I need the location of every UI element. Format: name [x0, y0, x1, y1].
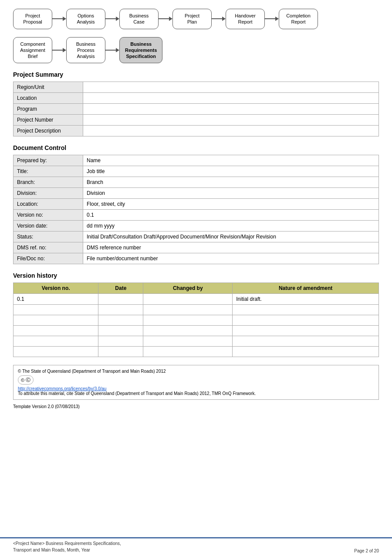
row-cell	[233, 326, 379, 336]
table-row	[14, 305, 379, 315]
version-history-title: Version history	[13, 272, 379, 279]
row-value: Initial Draft/Consultation Draft/Approve…	[83, 232, 379, 242]
flow-arrow-2	[159, 17, 172, 21]
row-cell	[233, 305, 379, 315]
row-cell	[143, 347, 233, 357]
table-row: 0.1Initial draft.	[14, 294, 379, 305]
row-cell	[143, 294, 233, 305]
row-value: dd mm yyyy	[83, 221, 379, 232]
column-header: Nature of amendment	[233, 283, 379, 294]
flow-node-3: Project Plan	[172, 9, 212, 29]
row-value	[83, 82, 379, 93]
flow-node-2: Business Case	[119, 9, 159, 29]
column-header: Date	[98, 283, 143, 294]
row-label: Project Description	[14, 126, 83, 136]
table-row: File/Doc no:File number/document number	[14, 253, 379, 264]
row-cell	[233, 315, 379, 326]
table-row	[14, 326, 379, 336]
footer-box: © The State of Queensland (Department of…	[13, 365, 379, 400]
table-row: Location:Floor, street, city	[14, 199, 379, 210]
project-summary-table: Region/UnitLocationProgramProject Number…	[13, 82, 379, 136]
table-row: Version no:0.1	[14, 210, 379, 221]
flow-diagram-1: Project ProposalOptions AnalysisBusiness…	[13, 9, 379, 29]
row-value: File number/document number	[83, 253, 379, 264]
flow-node-1: Options Analysis	[66, 9, 105, 29]
row-cell	[14, 315, 98, 326]
document-control-title: Document Control	[13, 144, 379, 151]
flow2-node-0: Component Assignment Brief	[13, 37, 52, 64]
row-value	[83, 126, 379, 136]
row-label: Prepared by:	[14, 155, 83, 166]
table-row: Division:Division	[14, 188, 379, 199]
row-cell	[98, 315, 143, 326]
table-row	[14, 315, 379, 326]
row-cell	[14, 336, 98, 347]
row-label: Version no:	[14, 210, 83, 221]
row-label: Region/Unit	[14, 82, 83, 93]
row-label: Title:	[14, 166, 83, 177]
row-cell	[14, 347, 98, 357]
row-cell	[14, 326, 98, 336]
table-row: Project Description	[14, 126, 379, 136]
row-value: DMS reference number	[83, 242, 379, 253]
column-header: Version no.	[14, 283, 98, 294]
page-bottom-line1: <Project Name> Business Requirements Spe…	[13, 540, 121, 547]
row-cell	[98, 326, 143, 336]
row-label: File/Doc no:	[14, 253, 83, 264]
project-summary-title: Project Summary	[13, 71, 379, 78]
row-label: Status:	[14, 232, 83, 242]
table-row: DMS ref. no:DMS reference number	[14, 242, 379, 253]
table-row	[14, 347, 379, 357]
row-label: Location	[14, 93, 83, 104]
row-cell	[143, 326, 233, 336]
copyright-text: © The State of Queensland (Department of…	[18, 369, 374, 374]
attribution-text: To attribute this material, cite State o…	[18, 391, 374, 396]
row-label: Branch:	[14, 177, 83, 188]
row-value	[83, 93, 379, 104]
row-value: 0.1	[83, 210, 379, 221]
flow-node-4: Handover Report	[226, 9, 265, 29]
column-header: Changed by	[143, 283, 233, 294]
row-label: Division:	[14, 188, 83, 199]
table-row: Branch:Branch	[14, 177, 379, 188]
flow-node-0: Project Proposal	[13, 9, 52, 29]
table-row: Version date:dd mm yyyy	[14, 221, 379, 232]
row-cell: Initial draft.	[233, 294, 379, 305]
cc-symbol2: Ⓒ	[26, 377, 30, 383]
row-value: Floor, street, city	[83, 199, 379, 210]
row-label: Project Number	[14, 115, 83, 126]
row-label: Version date:	[14, 221, 83, 232]
row-value: Branch	[83, 177, 379, 188]
row-value: Name	[83, 155, 379, 166]
row-cell	[98, 305, 143, 315]
row-cell	[143, 315, 233, 326]
row-cell	[14, 305, 98, 315]
row-label: Program	[14, 104, 83, 115]
table-row: Status:Initial Draft/Consultation Draft/…	[14, 232, 379, 242]
flow2-arrow-0	[52, 48, 66, 52]
page-bottom: <Project Name> Business Requirements Spe…	[0, 537, 392, 555]
row-cell	[98, 294, 143, 305]
table-row: Title:Job title	[14, 166, 379, 177]
table-row: Project Number	[14, 115, 379, 126]
page-bottom-left: <Project Name> Business Requirements Spe…	[13, 540, 121, 553]
row-cell: 0.1	[14, 294, 98, 305]
row-cell	[98, 347, 143, 357]
table-row: Region/Unit	[14, 82, 379, 93]
version-history-table: Version no.DateChanged byNature of amend…	[13, 283, 379, 357]
row-value	[83, 104, 379, 115]
row-cell	[143, 305, 233, 315]
cc-icon: © Ⓒ	[18, 375, 34, 385]
table-row: Program	[14, 104, 379, 115]
flow-arrow-4	[265, 17, 279, 21]
flow-node-5: Completion Report	[279, 9, 318, 29]
table-row	[14, 336, 379, 347]
cc-link[interactable]: http://creativecommons.org/licences/by/3…	[18, 386, 106, 391]
row-label: Location:	[14, 199, 83, 210]
flow2-node-2: Business Requirements Specification	[119, 37, 162, 64]
flow2-arrow-1	[105, 48, 119, 52]
page: Project ProposalOptions AnalysisBusiness…	[0, 0, 392, 555]
row-value	[83, 115, 379, 126]
row-cell	[233, 347, 379, 357]
row-cell	[143, 336, 233, 347]
